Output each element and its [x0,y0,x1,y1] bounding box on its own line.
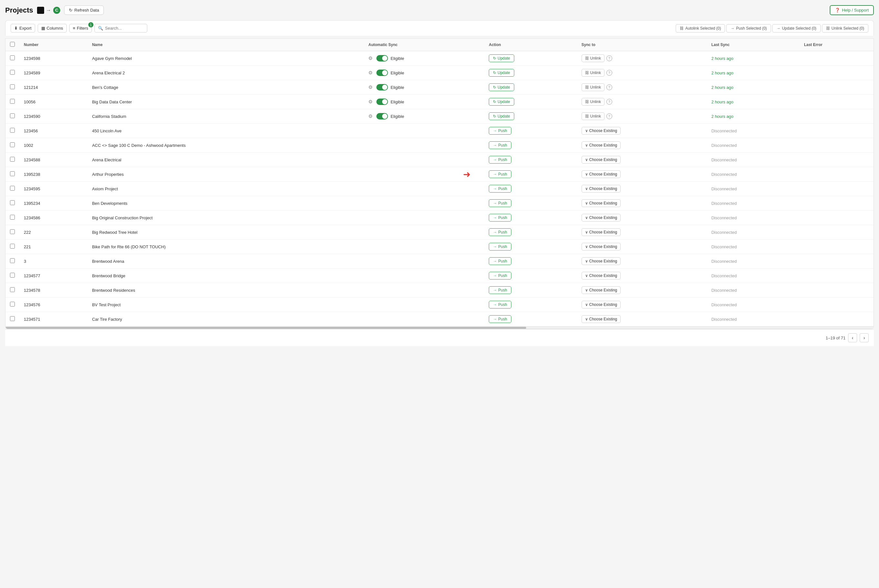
pagination-prev-button[interactable]: ‹ [848,333,857,342]
search-container[interactable]: 🔍 [95,24,147,33]
update-button[interactable]: ↻ Update [489,98,514,106]
autolink-selected-button[interactable]: ⛓ Autolink Selected (0) [676,24,725,33]
push-button[interactable]: → Push [489,257,511,265]
row-name: Axiom Project [88,182,364,196]
help-support-button[interactable]: ❓ Help / Support [830,5,874,15]
refresh-data-button[interactable]: ↻ Refresh Data [64,6,104,15]
choose-existing-button[interactable]: ∨ Choose Existing [581,214,621,222]
choose-existing-button[interactable]: ∨ Choose Existing [581,286,621,294]
unlink-button[interactable]: ⛓ Unlink [581,112,604,120]
choose-existing-button[interactable]: ∨ Choose Existing [581,315,621,323]
sync-toggle[interactable] [376,113,388,120]
choose-existing-button[interactable]: ∨ Choose Existing [581,257,621,265]
push-selected-button[interactable]: → Push Selected (0) [726,24,771,33]
row-checkbox[interactable] [10,302,15,306]
choose-existing-button[interactable]: ∨ Choose Existing [581,243,621,250]
row-checkbox[interactable] [10,229,15,234]
row-checkbox[interactable] [10,99,15,104]
row-checkbox[interactable] [10,186,15,190]
help-icon[interactable]: ? [606,70,612,76]
push-button[interactable]: → Push [489,315,511,323]
gear-icon[interactable]: ⚙ [368,99,373,105]
row-checkbox[interactable] [10,157,15,162]
row-auto-sync [364,167,484,182]
sync-toggle[interactable] [376,84,388,90]
row-action-cell: → Push [484,196,577,211]
sync-toggle[interactable] [376,55,388,62]
row-auto-sync: ⚙ Eligible [364,109,484,124]
push-button[interactable]: → Push [489,214,511,222]
gear-icon[interactable]: ⚙ [368,113,373,119]
sync-toggle[interactable] [376,69,388,76]
push-button[interactable]: → Push [489,127,511,135]
row-checkbox[interactable] [10,171,15,176]
row-checkbox[interactable] [10,84,15,89]
row-checkbox[interactable] [10,273,15,278]
push-button[interactable]: → Push [489,286,511,294]
unlink-button[interactable]: ⛓ Unlink [581,83,604,91]
help-icon[interactable]: ? [606,113,612,119]
sync-toggle[interactable] [376,99,388,105]
update-button[interactable]: ↻ Update [489,112,514,120]
unlink-button[interactable]: ⛓ Unlink [581,69,604,76]
row-checkbox[interactable] [10,316,15,321]
push-button[interactable]: → Push [489,200,511,207]
help-icon[interactable]: ? [606,99,612,105]
choose-existing-button[interactable]: ∨ Choose Existing [581,185,621,193]
choose-existing-button[interactable]: ∨ Choose Existing [581,156,621,164]
push-button[interactable]: → Push [489,185,511,193]
push-button[interactable]: → Push [489,228,511,236]
row-checkbox-cell [6,51,20,66]
help-icon[interactable]: ? [606,84,612,90]
choose-existing-button[interactable]: ∨ Choose Existing [581,141,621,149]
pagination-next-button[interactable]: › [859,333,869,342]
choose-existing-button[interactable]: ∨ Choose Existing [581,301,621,309]
unlink-button[interactable]: ⛓ Unlink [581,98,604,106]
choose-existing-button[interactable]: ∨ Choose Existing [581,228,621,236]
choose-existing-button[interactable]: ∨ Choose Existing [581,200,621,207]
push-button[interactable]: → Push [489,272,511,279]
push-button[interactable]: → Push [489,170,511,178]
help-icon[interactable]: ? [606,56,612,61]
gear-icon[interactable]: ⚙ [368,70,373,76]
row-checkbox[interactable] [10,244,15,249]
unlink-selected-button[interactable]: ⛓ Unlink Selected (0) [822,24,868,33]
gear-icon[interactable]: ⚙ [368,56,373,61]
filters-button[interactable]: ≡ Filters 1 [69,24,92,33]
push-button[interactable]: → Push [489,301,511,309]
push-button[interactable]: → Push [489,156,511,164]
page-header: Projects → C ↻ Refresh Data ❓ Help / Sup… [5,5,874,15]
update-button[interactable]: ↻ Update [489,69,514,76]
row-last-sync: Disconnected [707,153,800,167]
export-button[interactable]: ⬇ Export [11,24,35,33]
choose-existing-button[interactable]: ∨ Choose Existing [581,127,621,135]
row-checkbox[interactable] [10,142,15,147]
row-checkbox[interactable] [10,70,15,75]
filter-badge: 1 [88,22,93,27]
scrollbar-thumb [6,327,526,329]
table-row: 1234576BV Test Project→ Push∨ Choose Exi… [6,297,873,312]
row-checkbox[interactable] [10,56,15,60]
row-checkbox[interactable] [10,215,15,220]
choose-existing-button[interactable]: ∨ Choose Existing [581,272,621,279]
gear-icon[interactable]: ⚙ [368,84,373,90]
columns-button[interactable]: ▦ Columns [38,24,67,33]
row-checkbox[interactable] [10,258,15,263]
update-button[interactable]: ↻ Update [489,54,514,62]
search-input[interactable] [105,26,144,31]
update-selected-button[interactable]: → Update Selected (0) [772,24,821,33]
row-checkbox[interactable] [10,200,15,205]
row-checkbox[interactable] [10,128,15,133]
select-all-checkbox[interactable] [10,42,15,47]
push-button[interactable]: → Push [489,141,511,149]
unlink-icon: ⛓ [585,70,589,75]
row-checkbox[interactable] [10,113,15,118]
row-checkbox-cell [6,240,20,254]
horizontal-scrollbar[interactable] [6,326,873,329]
row-checkbox[interactable] [10,287,15,292]
row-last-sync: 2 hours ago [707,51,800,66]
update-button[interactable]: ↻ Update [489,83,514,91]
push-button[interactable]: → Push [489,243,511,250]
choose-existing-button[interactable]: ∨ Choose Existing [581,170,621,178]
unlink-button[interactable]: ⛓ Unlink [581,54,604,62]
